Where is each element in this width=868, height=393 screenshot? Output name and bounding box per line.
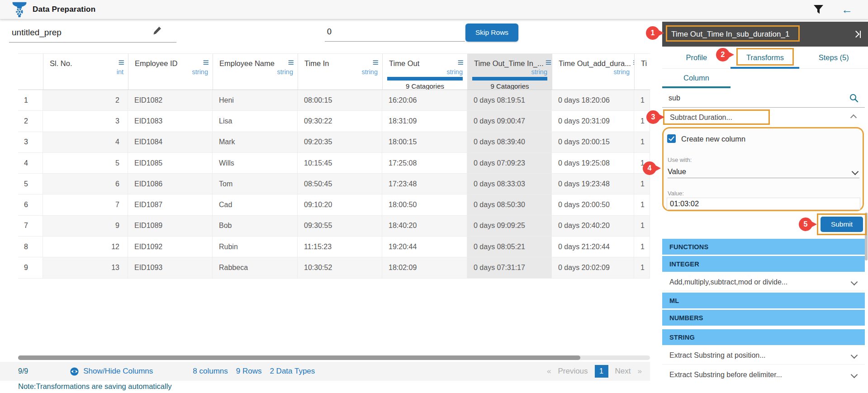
column-distribution-bar [472,77,547,80]
submit-button[interactable]: Submit [821,217,863,232]
table-cell-employee_id: EID1093 [128,257,213,278]
previous-page-button[interactable]: Previous [558,367,588,376]
table-cell-rownum: 3 [18,132,43,153]
transform-item[interactable]: Add,multiply,subtract,mod or divide... [662,273,865,291]
annotation-balloon-1: 1 [646,26,659,40]
column-header-name: Time Out_add_dura...≡ [552,59,634,68]
table-cell-ti_clipped: 1 [634,237,650,257]
column-header-time_out_add_dura[interactable]: Time Out_add_dura...≡string [552,54,634,90]
table-cell-employee_id: EID1084 [128,132,213,153]
transform-category-integer[interactable]: INTEGER [662,256,865,272]
subtract-duration-transform-row[interactable]: Subtract Duration... [662,108,865,127]
table-cell-sl_no: 5 [43,153,128,174]
table-cell-employee_name: Rabbeca [213,257,298,278]
column-header-employee_name[interactable]: Employee Name≡string [213,54,298,90]
back-arrow-icon[interactable]: ← [841,4,853,15]
next-page-button[interactable]: Next [615,367,631,376]
filter-icon[interactable] [814,5,823,14]
column-menu-icon[interactable]: ≡ [545,59,551,66]
rows-count: 9 Rows [236,367,262,376]
table-cell-time_out_time_in_sub: 0 days 07:09:23 [467,153,552,174]
subtab-column[interactable]: Column [662,69,730,87]
panel-scrollbar-thumb[interactable] [865,213,868,260]
column-menu-icon[interactable]: ≡ [288,59,294,66]
table-cell-time_in: 08:50:45 [298,174,382,194]
table-cell-rownum: 8 [18,237,43,257]
table-cell-rownum: 1 [18,90,43,111]
table-cell-time_out_time_in_sub: 0 days 08:39:40 [467,132,552,153]
table-cell-ti_clipped: 1 [634,132,650,153]
show-hide-columns-label: Show/Hide Columns [83,367,153,376]
column-header-employee_id[interactable]: Employee ID≡string [128,54,213,90]
table-row: 56EID1086Tom08:50:4517:23:480 days 08:33… [18,174,650,194]
tab-steps[interactable]: Steps (5) [799,47,868,68]
transform-item[interactable]: Extract Substring before delimiter... [662,366,865,379]
table-cell-time_in: 09:30:22 [298,111,382,132]
edit-pencil-icon[interactable] [152,25,163,38]
autosave-note: Note:Transformations are saving automati… [18,382,172,391]
column-header-time_out[interactable]: Time Out≡string9 Catagories [382,54,467,90]
transform-category-functions[interactable]: FUNCTIONS [662,239,865,255]
transform-category-numbers[interactable]: NUMBERS [662,310,865,326]
table-cell-ti_clipped: 1 [634,216,650,237]
current-page-button[interactable]: 1 [595,365,608,378]
horizontal-scrollbar-track[interactable] [18,355,650,360]
create-new-column-checkbox[interactable] [667,134,676,143]
table-cell-time_out_time_in_sub: 0 days 08:19:51 [467,90,552,111]
table-cell-time_out_add_dura: 0 days 18:20:06 [552,90,634,111]
panel-tabs: Profile Transforms Steps (5) [662,47,868,69]
column-header-time_in[interactable]: Time In≡string [298,54,382,90]
column-menu-icon[interactable]: ≡ [203,59,209,66]
transform-category-ml[interactable]: ML [662,293,865,308]
app-logo-funnel-icon [12,1,27,18]
column-header-ti_clipped[interactable]: Ti [634,54,650,90]
column-header-name: Time Out≡ [383,59,467,68]
collapse-panel-icon[interactable] [854,31,861,38]
transform-item[interactable]: Extract Substring at position... [662,346,865,365]
table-cell-time_out_time_in_sub: 0 days 08:50:30 [467,194,552,215]
table-cell-time_in: 10:30:52 [298,257,382,278]
transform-item-label: Add,multiply,subtract,mod or divide... [669,278,787,286]
duration-value-input[interactable]: 01:03:02 [667,198,860,210]
column-header-label: Time Out_Time In_... [474,59,544,68]
table-cell-time_out_time_in_sub: 0 days 08:05:21 [467,237,552,257]
chevron-up-icon[interactable] [850,114,857,120]
skip-rows-input[interactable]: 0 [325,23,465,42]
table-cell-time_in: 09:30:55 [298,216,382,237]
table-cell-time_out_add_dura: 0 days 20:00:15 [552,132,634,153]
table-cell-ti_clipped: 1 [634,90,650,111]
horizontal-scrollbar-thumb[interactable] [18,355,580,360]
prep-name-input[interactable]: untitled_prep [9,23,176,43]
tab-transforms[interactable]: Transforms [731,47,800,68]
table-cell-time_out: 18:00:50 [382,194,467,215]
skip-rows-button[interactable]: Skip Rows [465,24,518,42]
annotation-balloon-5: 5 [799,218,812,231]
chevron-down-icon [851,352,858,359]
last-page-arrow[interactable]: » [638,367,642,376]
table-cell-rownum: 5 [18,174,43,194]
transform-category-string[interactable]: STRING [662,329,865,345]
use-with-select[interactable]: Value [668,166,859,178]
data-table: Sl. No.≡intEmployee ID≡stringEmployee Na… [18,53,650,279]
table-cell-time_out_add_dura: 0 days 20:02:09 [552,257,634,278]
selected-column-title: Time Out_Time In_sub_duration_1 [671,30,789,39]
column-categories-label: 9 Catagories [468,82,552,90]
show-hide-columns-button[interactable]: Show/Hide Columns [70,367,153,376]
column-menu-icon[interactable]: ≡ [373,59,379,66]
search-icon[interactable] [849,94,859,103]
column-header-time_out_time_in_sub[interactable]: Time Out_Time In_...≡string9 Catagories [467,54,552,90]
first-page-arrow[interactable]: « [547,367,551,376]
table-row: 812EID1092Rubin11:15:2319:20:440 days 08… [18,237,650,257]
table-cell-ti_clipped: 1 [634,257,650,278]
table-cell-employee_id: EID1085 [128,153,213,174]
transform-search-input[interactable]: sub [662,89,865,108]
columns-count: 8 columns [193,367,228,376]
table-cell-rownum: 9 [18,257,43,278]
column-header-name: Time In≡ [298,59,382,68]
column-menu-icon[interactable]: ≡ [458,59,464,66]
table-row: 34EID1084Mark09:20:3518:00:150 days 08:3… [18,132,650,153]
table-cell-time_in: 10:15:45 [298,153,382,174]
column-menu-icon[interactable]: ≡ [119,59,124,66]
table-cell-sl_no: 9 [43,216,128,237]
column-header-sl_no[interactable]: Sl. No.≡int [43,54,128,90]
